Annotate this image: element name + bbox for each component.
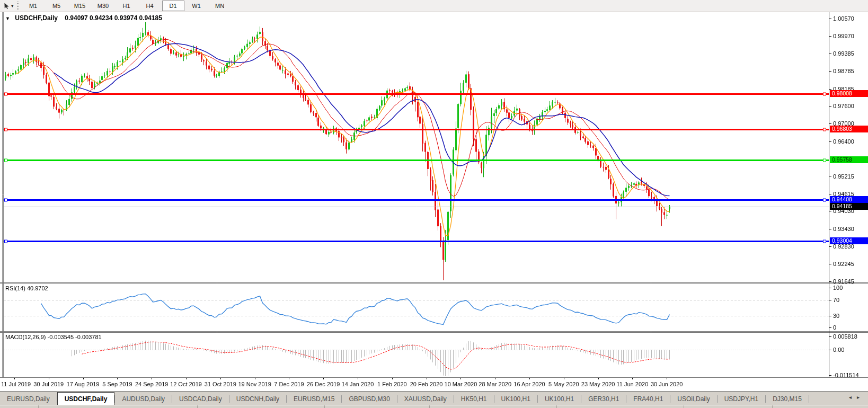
tab-divider (809, 395, 809, 403)
status-bar-divider (197, 405, 198, 408)
chart-tab-usdcad-daily[interactable]: USDCAD,Daily (172, 393, 229, 405)
level-price-tag: 0.96803 (830, 126, 868, 132)
chart-tab-uk100-h1[interactable]: UK100,H1 (494, 393, 537, 405)
level-price-tag: 0.93004 (830, 237, 868, 244)
status-bar-divider (556, 405, 557, 408)
date-axis-label: 10 Mar 2020 (445, 381, 477, 387)
timeframe-button-d1[interactable]: D1 (162, 1, 184, 11)
tab-scroll-right-icon[interactable]: ▸ (857, 394, 865, 400)
level-price-tag: 0.94408 (830, 196, 868, 203)
chevron-down-icon[interactable]: ▾ (11, 3, 14, 8)
rsi-indicator-label: RSI(14) 40.9702 (5, 285, 48, 291)
timeframe-button-h1[interactable]: H1 (116, 1, 138, 11)
level-price-tag: 0.95758 (830, 156, 868, 163)
chart-tab-usdjpy-h1[interactable]: USDJPY,H1 (718, 393, 765, 405)
date-axis-label: 5 May 2020 (548, 381, 579, 387)
price-axis-label: 0.92245 (833, 261, 854, 267)
price-axis-label: 0.96400 (833, 138, 854, 145)
date-axis-label: 19 Nov 2019 (238, 381, 271, 387)
timeframe-toolbar: ▾ M1M5M15M30H1H4D1W1MN (0, 0, 868, 12)
price-axis-label: 0.97600 (833, 103, 854, 109)
current-price-tag: 0.94185 (830, 203, 868, 210)
date-axis-label: 12 Oct 2019 (170, 381, 202, 387)
date-axis-label: 14 Jan 2020 (342, 381, 374, 387)
macd-axis-label: 0.00 (833, 347, 844, 353)
date-axis-label: 30 Jul 2019 (33, 381, 64, 387)
chart-title: ▼ USDCHF,Daily 0.94097 0.94234 0.93974 0… (5, 14, 162, 22)
chart-tab-fra40-h1[interactable]: FRA40,H1 (626, 393, 670, 405)
price-axis-label: 0.99970 (833, 33, 854, 39)
timeframe-button-m15[interactable]: M15 (69, 1, 91, 11)
chart-tab-usdcnh-daily[interactable]: USDCNH,Daily (229, 393, 286, 405)
toolbar-grip (17, 2, 19, 10)
chart-tab-hk50-h1[interactable]: HK50,H1 (454, 393, 494, 405)
chart-tab-audusd-daily[interactable]: AUDUSD,Daily (115, 393, 172, 405)
date-axis-label: 23 May 2020 (581, 381, 615, 387)
chart-tab-eurusd-daily[interactable]: EURUSD,Daily (0, 393, 57, 405)
date-axis-label: 26 Dec 2019 (307, 381, 340, 387)
timeframe-button-mn[interactable]: MN (209, 1, 231, 11)
timeframe-button-w1[interactable]: W1 (185, 1, 208, 11)
chart-tab-dj30-m15[interactable]: DJ30,M15 (766, 393, 809, 405)
date-axis-label: 24 Sep 2019 (135, 381, 168, 387)
date-axis-label: 11 Jun 2020 (617, 381, 649, 387)
chart-tab-xauusd-daily[interactable]: XAUUSD,Daily (397, 393, 454, 405)
price-chart-canvas[interactable] (0, 0, 868, 408)
chart-tab-eurusd-m15[interactable]: EURUSD,M15 (287, 393, 341, 405)
level-price-tag: 0.98008 (830, 90, 868, 97)
date-axis-label: 1 Feb 2020 (377, 381, 407, 387)
timeframe-button-m30[interactable]: M30 (92, 1, 114, 11)
price-axis-label: 1.00570 (833, 15, 854, 22)
rsi-axis-label: 100 (833, 285, 843, 291)
date-axis-label: 16 Apr 2020 (513, 381, 545, 387)
macd-axis-label: -0.011514 (833, 372, 859, 378)
macd-indicator-label: MACD(12,26,9) -0.003545 -0.003781 (5, 334, 102, 340)
price-axis-label: 0.91645 (833, 278, 854, 285)
price-axis-label: 0.95215 (833, 173, 854, 180)
timeframe-buttons: M1M5M15M30H1H4D1W1MN (22, 1, 232, 11)
timeframe-button-m1[interactable]: M1 (22, 1, 45, 11)
date-axis-label: 11 Jul 2019 (1, 381, 31, 387)
chart-tab-usdchf-daily[interactable]: USDCHF,Daily (57, 392, 115, 405)
date-axis-label: 31 Oct 2019 (205, 381, 236, 387)
chart-tab-gbpusd-m30[interactable]: GBPUSD,M30 (342, 393, 396, 405)
chart-ohlc-values: 0.94097 0.94234 0.93974 0.94185 (65, 14, 162, 22)
tab-scroll-left-icon[interactable]: ◂ (849, 394, 857, 400)
price-axis-label: 0.98785 (833, 68, 854, 74)
date-axis-label: 30 Jun 2020 (651, 381, 683, 387)
status-bar (0, 405, 868, 408)
mt4-application-window: ▾ M1M5M15M30H1H4D1W1MN ▼ USDCHF,Daily 0.… (0, 0, 868, 408)
macd-axis-label: 0.005818 (833, 333, 857, 340)
price-axis-label: 0.99385 (833, 50, 854, 57)
status-bar-divider (772, 405, 773, 408)
price-axis-label: 0.93430 (833, 226, 854, 232)
date-axis-label: 7 Dec 2019 (274, 381, 304, 387)
rsi-axis-label: 70 (833, 297, 839, 303)
status-bar-divider (38, 405, 39, 408)
date-axis-label: 20 Feb 2020 (410, 381, 443, 387)
date-axis-label: 17 Aug 2019 (67, 381, 100, 387)
status-bar-divider (429, 405, 430, 408)
chart-tab-usoil-daily[interactable]: USOil,Daily (670, 393, 716, 405)
chart-symbol-label: USDCHF,Daily (15, 14, 58, 22)
pointer-icon (3, 3, 10, 10)
rsi-axis-label: 30 (833, 313, 839, 319)
cursor-tool-icon[interactable] (2, 1, 11, 11)
collapse-triangle-icon[interactable]: ▼ (5, 16, 10, 21)
status-bar-divider (684, 405, 684, 408)
rsi-axis-label: 0 (833, 324, 836, 331)
timeframe-button-m5[interactable]: M5 (46, 1, 68, 11)
tab-scroll-arrows: ◂▸ (849, 394, 865, 400)
date-axis-label: 5 Sep 2019 (102, 381, 132, 387)
status-bar-divider (324, 405, 325, 408)
chart-tab-uk100-h1[interactable]: UK100,H1 (538, 393, 581, 405)
timeframe-button-h4[interactable]: H4 (139, 1, 161, 11)
chart-tab-bar: EURUSD,DailyUSDCHF,DailyAUDUSD,DailyUSDC… (0, 391, 868, 405)
chart-tab-ger30-h1[interactable]: GER30,H1 (581, 393, 626, 405)
date-axis-label: 28 Mar 2020 (479, 381, 511, 387)
